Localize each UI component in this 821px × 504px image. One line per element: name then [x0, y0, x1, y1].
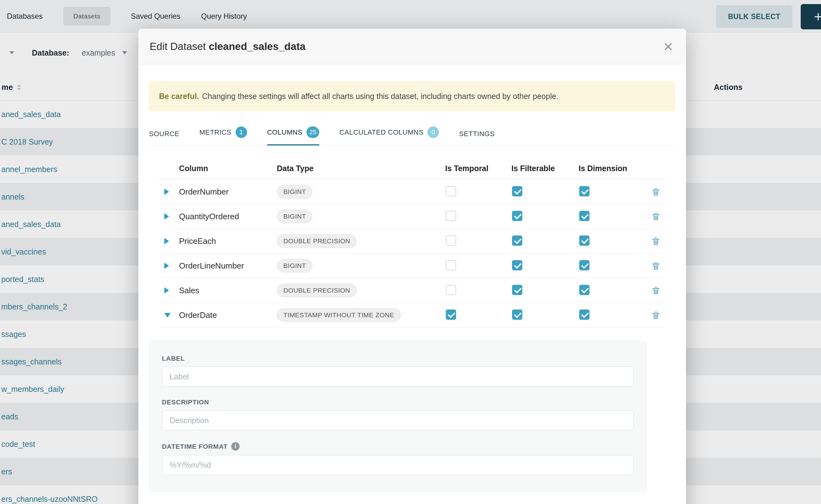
datetime-format-input[interactable] [162, 455, 634, 475]
column-name: OrderNumber [179, 187, 277, 197]
column-name: OrderDate [179, 310, 277, 320]
column-row: PriceEach DOUBLE PRECISION [159, 229, 666, 254]
description-field-label: DESCRIPTION [162, 398, 634, 406]
warning-banner: Be careful. Changing these settings will… [149, 81, 675, 111]
label-input[interactable] [162, 367, 634, 387]
label-field-label: LABEL [162, 355, 634, 362]
label-field-group: LABEL [162, 355, 634, 387]
modal-title-prefix: Edit Dataset [150, 41, 206, 52]
column-detail-panel: LABEL DESCRIPTION DATETIME FORMAT i [149, 341, 647, 492]
header-is-dimension: Is Dimension [579, 164, 647, 173]
data-type-pill: DOUBLE PRECISION [277, 284, 357, 297]
tab-label: SETTINGS [459, 130, 495, 138]
modal-header: Edit Dataset cleaned_sales_data × [138, 29, 686, 64]
calculated-columns-count-badge: 0 [428, 126, 439, 138]
column-row: QuantityOrdered BIGINT [159, 204, 666, 229]
tab-label: METRICS [199, 128, 231, 136]
columns-count-badge: 25 [306, 126, 319, 138]
expand-caret-icon[interactable] [164, 263, 169, 269]
info-icon[interactable]: i [231, 442, 240, 451]
modal-tabs: SOURCE METRICS 1 COLUMNS 25 CALCULATED C… [149, 126, 675, 146]
column-row: OrderLineNumber BIGINT [159, 254, 666, 278]
is-dimension-checkbox[interactable] [579, 260, 590, 270]
is-filterable-checkbox[interactable] [512, 186, 522, 196]
delete-column-button[interactable] [651, 286, 661, 295]
is-filterable-checkbox[interactable] [512, 285, 522, 295]
is-temporal-checkbox[interactable] [446, 235, 456, 246]
is-filterable-checkbox[interactable] [512, 309, 522, 320]
tab-label: COLUMNS [267, 128, 303, 136]
header-is-filterable: Is Filterable [512, 164, 579, 173]
delete-column-button[interactable] [651, 236, 661, 246]
column-row: OrderNumber BIGINT [159, 180, 666, 204]
expand-caret-icon[interactable] [164, 213, 169, 220]
delete-column-button[interactable] [651, 212, 661, 221]
is-filterable-checkbox[interactable] [512, 211, 522, 221]
columns-table: Column Data Type Is Temporal Is Filterab… [159, 157, 666, 328]
is-temporal-checkbox[interactable] [446, 260, 456, 270]
header-column: Column [179, 164, 277, 173]
data-type-pill: BIGINT [277, 259, 312, 273]
is-filterable-checkbox[interactable] [512, 260, 522, 270]
is-dimension-checkbox[interactable] [579, 285, 590, 295]
column-name: Sales [179, 286, 277, 295]
tab-metrics[interactable]: METRICS 1 [199, 126, 247, 146]
is-temporal-checkbox[interactable] [446, 211, 456, 221]
column-name: OrderLineNumber [179, 261, 277, 271]
is-dimension-checkbox[interactable] [579, 235, 590, 246]
tab-label: CALCULATED COLUMNS [339, 128, 423, 136]
tab-columns[interactable]: COLUMNS 25 [267, 126, 319, 146]
description-input[interactable] [162, 410, 634, 430]
delete-column-button[interactable] [651, 310, 661, 320]
tab-calculated-columns[interactable]: CALCULATED COLUMNS 0 [339, 126, 439, 146]
is-dimension-checkbox[interactable] [579, 309, 590, 320]
is-temporal-checkbox[interactable] [446, 186, 456, 196]
expand-caret-icon[interactable] [164, 238, 169, 244]
column-row: Sales DOUBLE PRECISION [159, 278, 666, 303]
datetime-format-field-label: DATETIME FORMAT i [162, 442, 634, 451]
column-name: PriceEach [179, 236, 277, 246]
expand-caret-icon[interactable] [164, 313, 171, 318]
data-type-pill: DOUBLE PRECISION [277, 234, 357, 248]
is-dimension-checkbox[interactable] [579, 211, 590, 221]
delete-column-button[interactable] [651, 261, 661, 271]
tab-source[interactable]: SOURCE [149, 130, 179, 146]
columns-table-body: OrderNumber BIGINT QuantityOrdered BIGIN… [159, 180, 666, 328]
is-dimension-checkbox[interactable] [579, 186, 590, 196]
warning-bold-text: Be careful. [159, 92, 199, 101]
column-row: OrderDate TIMESTAMP WITHOUT TIME ZONE [159, 303, 666, 328]
expand-caret-icon[interactable] [164, 189, 169, 195]
description-field-group: DESCRIPTION [162, 398, 634, 430]
header-data-type: Data Type [277, 164, 445, 173]
edit-dataset-modal: Edit Dataset cleaned_sales_data × Be car… [138, 29, 686, 504]
datetime-format-field-group: DATETIME FORMAT i [162, 442, 634, 475]
metrics-count-badge: 1 [235, 126, 247, 138]
is-temporal-checkbox[interactable] [446, 309, 456, 320]
column-name: QuantityOrdered [179, 212, 277, 221]
modal-title-dataset-name: cleaned_sales_data [209, 41, 305, 52]
delete-column-button[interactable] [651, 187, 661, 197]
close-icon[interactable]: × [662, 38, 675, 55]
warning-text: Changing these settings will affect all … [202, 92, 559, 101]
data-type-pill: BIGINT [277, 210, 312, 223]
modal-body: Be careful. Changing these settings will… [138, 81, 686, 492]
expand-caret-icon[interactable] [164, 287, 169, 294]
is-temporal-checkbox[interactable] [446, 285, 456, 295]
data-type-pill: TIMESTAMP WITHOUT TIME ZONE [277, 308, 401, 322]
modal-title: Edit Dataset cleaned_sales_data [150, 41, 305, 52]
is-filterable-checkbox[interactable] [512, 235, 522, 246]
data-type-pill: BIGINT [277, 185, 312, 199]
tab-settings[interactable]: SETTINGS [459, 130, 495, 146]
header-is-temporal: Is Temporal [445, 164, 512, 173]
tab-label: SOURCE [149, 130, 179, 138]
columns-table-header: Column Data Type Is Temporal Is Filterab… [159, 157, 666, 180]
